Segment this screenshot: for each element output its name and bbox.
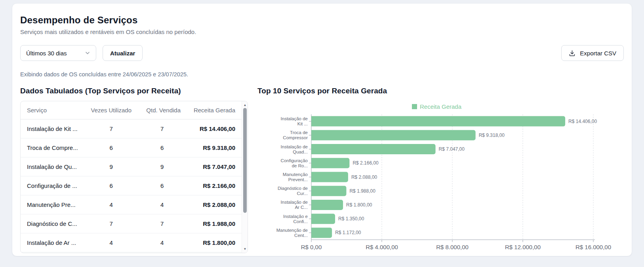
- bar-value-label: R$ 14.406,00: [568, 119, 597, 124]
- cell-servico: Instalação de Ar ...: [21, 233, 82, 252]
- bar-chart-svg: Receita GeradaR$ 0,00R$ 4.000,00R$ 8.000…: [257, 100, 620, 252]
- refresh-button-label: Atualizar: [110, 50, 135, 57]
- chevron-down-icon: [85, 50, 90, 56]
- category-label-line2: Cent...: [294, 233, 308, 238]
- bar-value-label: R$ 2.088,00: [351, 174, 377, 180]
- period-select[interactable]: Últimos 30 dias: [20, 45, 96, 61]
- bar-value-label: R$ 1.350,00: [338, 216, 364, 222]
- bar-value-label: R$ 1.172,00: [335, 230, 361, 235]
- cell-qtd: 9: [140, 157, 184, 176]
- bar-8: [311, 227, 332, 238]
- bar-6: [311, 200, 343, 210]
- scrollbar-down-arrow[interactable]: ▼: [242, 246, 248, 252]
- category-label-line2: Kit ...: [297, 121, 308, 126]
- category-label-line2: de Ro...: [292, 163, 308, 168]
- x-tick-label: R$ 4.000,00: [366, 244, 398, 250]
- table-row: Manutenção Pre...44R$ 2.088,00: [21, 195, 242, 214]
- table-row: Troca de Compre...66R$ 9.318,00: [21, 138, 242, 157]
- cell-vezes: 4: [82, 195, 140, 214]
- x-tick-label: R$ 16.000,00: [575, 244, 611, 250]
- x-tick-label: R$ 0,00: [301, 244, 322, 250]
- legend-label: Receita Gerada: [420, 103, 462, 110]
- chart-section-title: Top 10 Serviços por Receita Gerada: [257, 87, 624, 95]
- table-scrollbar[interactable]: ▲ ▼: [242, 101, 248, 253]
- bar-value-label: R$ 1.988,00: [349, 188, 375, 194]
- cell-qtd: 7: [140, 214, 184, 233]
- export-csv-button[interactable]: Exportar CSV: [561, 45, 624, 61]
- cell-servico: Instalação de Kit ...: [21, 119, 82, 138]
- bar-1: [311, 130, 476, 140]
- table-header: Serviço Vezes Utilizado Qtd. Vendida Rec…: [21, 101, 242, 119]
- category-label-line1: Instalação de: [281, 116, 308, 121]
- category-label-line1: Instalação de: [281, 144, 308, 149]
- controls-row: Últimos 30 dias Atualizar Exportar CSV: [20, 45, 624, 61]
- bar-chart: Receita GeradaR$ 0,00R$ 4.000,00R$ 8.000…: [257, 100, 624, 252]
- cell-qtd: 4: [140, 195, 184, 214]
- cell-vezes: 6: [82, 138, 140, 157]
- column-header-qtd-vendida: Qtd. Vendida: [140, 101, 184, 119]
- table-container: Serviço Vezes Utilizado Qtd. Vendida Rec…: [20, 101, 248, 253]
- cell-qtd: 7: [140, 119, 184, 138]
- bar-value-label: R$ 9.318,00: [479, 133, 505, 138]
- cell-receita: R$ 2.166,00: [184, 176, 242, 195]
- cell-receita: R$ 1.800,00: [184, 233, 242, 252]
- cell-vezes: 4: [82, 233, 140, 252]
- x-tick-label: R$ 8.000,00: [436, 244, 469, 250]
- bar-value-label: R$ 2.166,00: [352, 160, 379, 166]
- bar-2: [311, 144, 436, 154]
- bar-value-label: R$ 1.800,00: [346, 202, 372, 208]
- cell-vezes: 6: [82, 176, 140, 195]
- category-label-line1: Manutenção: [283, 172, 308, 177]
- cell-receita: R$ 1.988,00: [184, 214, 242, 233]
- category-label-line2: Ar C...: [295, 205, 308, 210]
- table-row: Instalação de Ar ...44R$ 1.800,00: [21, 233, 242, 252]
- services-table: Serviço Vezes Utilizado Qtd. Vendida Rec…: [21, 101, 242, 252]
- table-section-title: Dados Tabulados (Top Serviços por Receit…: [20, 87, 248, 95]
- table-row: Diagnóstico de C...77R$ 1.988,00: [21, 214, 242, 233]
- cell-vezes: 9: [82, 157, 140, 176]
- cell-qtd: 6: [140, 176, 184, 195]
- cell-receita: R$ 7.047,00: [184, 157, 242, 176]
- cell-receita: R$ 2.088,00: [184, 195, 242, 214]
- table-section: Dados Tabulados (Top Serviços por Receit…: [20, 87, 248, 253]
- cell-receita: R$ 9.318,00: [184, 138, 242, 157]
- category-label-line1: Diagnóstico de: [278, 186, 308, 191]
- cell-servico: Configuração de ...: [21, 176, 82, 195]
- status-text: Exibindo dados de OS concluídas entre 24…: [20, 71, 624, 78]
- scrollbar-thumb[interactable]: [243, 108, 247, 213]
- download-icon: [569, 50, 575, 57]
- cell-servico: Instalação de Qu...: [21, 157, 82, 176]
- cell-vezes: 7: [82, 119, 140, 138]
- cell-qtd: 6: [140, 138, 184, 157]
- column-header-vezes-utilizado: Vezes Utilizado: [82, 101, 140, 119]
- cell-servico: Manutenção Pre...: [21, 195, 82, 214]
- category-label-line1: Instalação de: [281, 200, 308, 205]
- cell-qtd: 4: [140, 233, 184, 252]
- bar-7: [311, 214, 335, 224]
- category-label-line1: Configuração: [281, 158, 308, 163]
- category-label-line2: Quad...: [293, 150, 308, 154]
- cell-receita: R$ 14.406,00: [184, 119, 242, 138]
- scrollbar-up-arrow[interactable]: ▲: [242, 102, 248, 108]
- export-csv-label: Exportar CSV: [580, 50, 616, 57]
- table-row: Instalação de Qu...99R$ 7.047,00: [21, 157, 242, 176]
- cell-servico: Diagnóstico de C...: [21, 214, 82, 233]
- bar-5: [311, 186, 346, 196]
- category-label-line1: Instalação e: [283, 214, 308, 219]
- legend-swatch: [412, 104, 417, 109]
- category-label-line2: Cur...: [297, 191, 308, 196]
- category-label-line2: Confi...: [293, 219, 308, 224]
- category-label-line2: Prevent...: [288, 177, 308, 182]
- cell-servico: Troca de Compre...: [21, 138, 82, 157]
- column-header-servico: Serviço: [21, 101, 82, 119]
- x-tick-label: R$ 12.000,00: [505, 244, 541, 250]
- bar-3: [311, 158, 349, 168]
- page-title: Desempenho de Serviços: [20, 15, 624, 26]
- column-header-receita-gerada: Receita Gerada: [184, 101, 242, 119]
- category-label-line1: Troca de: [290, 130, 308, 135]
- cell-vezes: 7: [82, 214, 140, 233]
- category-label-line1: Manutenção de: [276, 228, 308, 233]
- refresh-button[interactable]: Atualizar: [103, 45, 143, 61]
- period-select-value: Últimos 30 dias: [26, 50, 67, 57]
- table-body: Instalação de Kit ...77R$ 14.406,00Troca…: [21, 119, 242, 252]
